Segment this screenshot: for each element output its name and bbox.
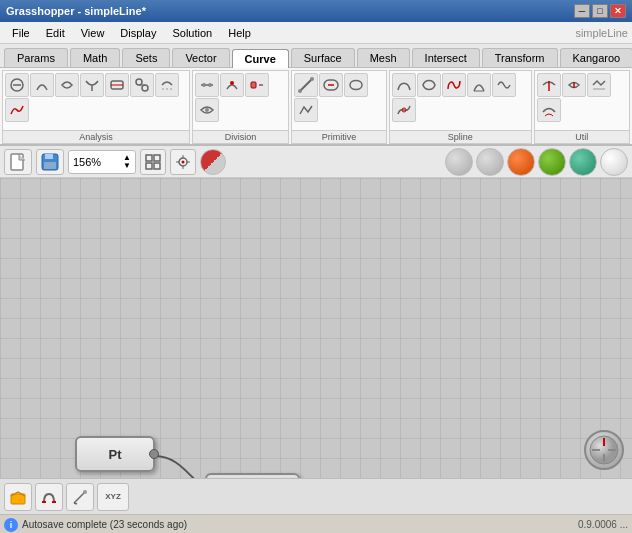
- menu-bar: File Edit View Display Solution Help sim…: [0, 22, 632, 44]
- division-label: Division: [193, 130, 287, 143]
- division-icon-3[interactable]: [245, 73, 269, 97]
- tab-sets[interactable]: Sets: [122, 48, 170, 67]
- svg-point-12: [230, 81, 234, 85]
- svg-line-48: [74, 493, 84, 503]
- svg-point-17: [298, 89, 302, 93]
- tab-curve[interactable]: Curve: [232, 49, 289, 68]
- title-bar: Grasshopper - simpleLine* ─ □ ✕: [0, 0, 632, 22]
- canvas-area[interactable]: Pt Pt A B S L: [0, 178, 632, 478]
- tab-params[interactable]: Params: [4, 48, 68, 67]
- spline-icon-1[interactable]: [392, 73, 416, 97]
- svg-rect-31: [154, 163, 160, 169]
- division-icon-1[interactable]: [195, 73, 219, 97]
- color-button[interactable]: [200, 149, 226, 175]
- tab-math[interactable]: Math: [70, 48, 120, 67]
- analysis-icon-7[interactable]: [155, 73, 179, 97]
- util-icon-2[interactable]: [562, 73, 586, 97]
- title-bar-buttons: ─ □ ✕: [574, 4, 626, 18]
- svg-rect-32: [146, 163, 152, 169]
- analysis-icon-6[interactable]: [130, 73, 154, 97]
- minimize-button[interactable]: ─: [574, 4, 590, 18]
- ribbon-group-util: Util: [534, 70, 630, 144]
- pt-node-1[interactable]: Pt: [75, 436, 155, 472]
- window-name-label: simpleLine: [575, 27, 628, 39]
- svg-line-50: [74, 503, 77, 504]
- svg-point-11: [208, 83, 212, 87]
- spline-icon-4[interactable]: [467, 73, 491, 97]
- util-icon-1[interactable]: [537, 73, 561, 97]
- svg-point-18: [310, 77, 314, 81]
- analysis-icon-2[interactable]: [30, 73, 54, 97]
- toolbar2-right-buttons: [445, 148, 628, 176]
- maximize-button[interactable]: □: [592, 4, 608, 18]
- spline-icon-2[interactable]: [417, 73, 441, 97]
- primitive-icon-4[interactable]: [294, 98, 318, 122]
- tab-bar: Params Math Sets Vector Curve Surface Me…: [0, 44, 632, 68]
- bottom-btn-magnet[interactable]: [35, 483, 63, 511]
- primitive-icon-2[interactable]: [319, 73, 343, 97]
- ribbon-group-analysis: Analysis: [2, 70, 190, 144]
- spline-icon-3[interactable]: [442, 73, 466, 97]
- menu-solution[interactable]: Solution: [164, 25, 220, 41]
- menu-view[interactable]: View: [73, 25, 113, 41]
- close-button[interactable]: ✕: [610, 4, 626, 18]
- line-node[interactable]: A B S L: [205, 473, 300, 478]
- util-icon-3[interactable]: [587, 73, 611, 97]
- bottom-btn-sketch[interactable]: [66, 483, 94, 511]
- render-button-gray2[interactable]: [476, 148, 504, 176]
- svg-point-49: [83, 490, 87, 494]
- menu-edit[interactable]: Edit: [38, 25, 73, 41]
- svg-point-15: [205, 108, 209, 112]
- division-icon-4[interactable]: [195, 98, 219, 122]
- tab-mesh[interactable]: Mesh: [357, 48, 410, 67]
- zoom-control[interactable]: 156% ▲ ▼: [68, 150, 136, 174]
- tab-vector[interactable]: Vector: [172, 48, 229, 67]
- primitive-icon-3[interactable]: [344, 73, 368, 97]
- analysis-icon-4[interactable]: [80, 73, 104, 97]
- window-title: Grasshopper - simpleLine*: [6, 5, 574, 17]
- svg-line-16: [300, 79, 312, 91]
- util-label: Util: [535, 130, 629, 143]
- spline-label: Spline: [390, 130, 530, 143]
- menu-file[interactable]: File: [4, 25, 38, 41]
- tab-surface[interactable]: Surface: [291, 48, 355, 67]
- zoom-spinner[interactable]: ▲ ▼: [123, 154, 131, 170]
- render-button-green[interactable]: [538, 148, 566, 176]
- svg-point-10: [202, 83, 206, 87]
- analysis-icon-3[interactable]: [55, 73, 79, 97]
- pt1-output-port[interactable]: [149, 449, 159, 459]
- util-icon-4[interactable]: [537, 98, 561, 122]
- status-message: Autosave complete (23 seconds ago): [22, 519, 187, 530]
- svg-point-6: [142, 85, 148, 91]
- svg-rect-13: [251, 82, 256, 88]
- render-button-white[interactable]: [600, 148, 628, 176]
- analysis-icon-1[interactable]: [5, 73, 29, 97]
- bottom-btn-xyz[interactable]: XYZ: [97, 483, 129, 511]
- tab-intersect[interactable]: Intersect: [412, 48, 480, 67]
- render-button-gray[interactable]: [445, 148, 473, 176]
- fit-view-button[interactable]: [140, 149, 166, 175]
- bottom-toolbar: XYZ: [0, 478, 632, 514]
- status-version: 0.9.0006 ...: [578, 519, 628, 530]
- view-button[interactable]: [170, 149, 196, 175]
- save-button[interactable]: [36, 149, 64, 175]
- menu-display[interactable]: Display: [112, 25, 164, 41]
- tab-transform[interactable]: Transform: [482, 48, 558, 67]
- spline-icon-6[interactable]: [392, 98, 416, 122]
- render-button-teal[interactable]: [569, 148, 597, 176]
- analysis-label: Analysis: [3, 130, 189, 143]
- analysis-icon-8[interactable]: [5, 98, 29, 122]
- svg-point-35: [182, 160, 185, 163]
- line-node-output: L: [276, 475, 298, 478]
- render-button-orange[interactable]: [507, 148, 535, 176]
- primitive-icon-1[interactable]: [294, 73, 318, 97]
- division-icon-2[interactable]: [220, 73, 244, 97]
- status-icon: i: [4, 518, 18, 532]
- menu-help[interactable]: Help: [220, 25, 259, 41]
- bottom-btn-package[interactable]: [4, 483, 32, 511]
- analysis-icon-5[interactable]: [105, 73, 129, 97]
- tab-kangaroo[interactable]: Kangaroo: [560, 48, 633, 67]
- spline-icon-5[interactable]: [492, 73, 516, 97]
- toolbar2: 156% ▲ ▼: [0, 146, 632, 178]
- new-file-button[interactable]: [4, 149, 32, 175]
